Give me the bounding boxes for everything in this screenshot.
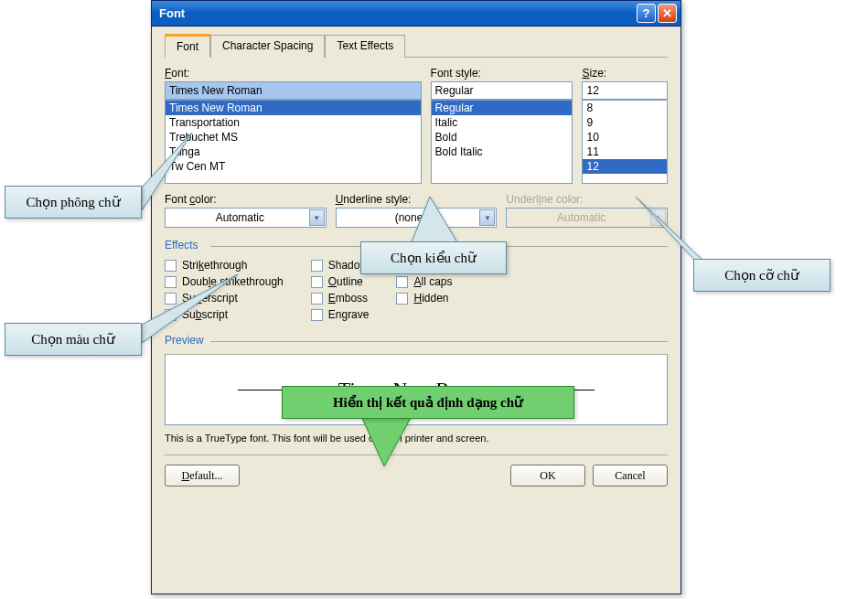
callout-fontsize: Chọn cỡ chữ bbox=[693, 259, 830, 292]
chk-emboss[interactable]: Emboss bbox=[311, 292, 370, 305]
fontstyle-input[interactable] bbox=[431, 81, 573, 100]
size-item-11[interactable]: 11 bbox=[583, 144, 667, 159]
callout-pointer-4 bbox=[137, 270, 247, 343]
callout-fontcolor: Chọn màu chữ bbox=[5, 323, 142, 356]
dropdown-icon: ▼ bbox=[479, 209, 495, 226]
svg-marker-1 bbox=[412, 197, 457, 242]
title-bar: Font ? ✕ bbox=[152, 1, 680, 27]
fontstyle-list[interactable]: Regular Italic Bold Bold Italic bbox=[431, 100, 573, 184]
font-row: Font: Times New Roman Transportation Tre… bbox=[165, 67, 668, 184]
underlinecolor-value: Automatic bbox=[512, 211, 650, 224]
svg-marker-3 bbox=[142, 274, 238, 343]
title-text: Font bbox=[159, 6, 635, 20]
ok-button[interactable]: OK bbox=[510, 465, 585, 487]
tab-text-effects[interactable]: Text Effects bbox=[325, 35, 405, 58]
tab-font[interactable]: Font bbox=[165, 34, 210, 58]
callout-preview: Hiển thị kết quả định dạng chữ bbox=[282, 386, 574, 419]
style-item-bold[interactable]: Bold bbox=[432, 130, 573, 144]
size-item-8[interactable]: 8 bbox=[583, 101, 667, 115]
chk-outline[interactable]: Outline bbox=[311, 275, 370, 288]
dropdown-icon: ▼ bbox=[309, 209, 325, 226]
fontcolor-value: Automatic bbox=[171, 211, 309, 224]
callout-font: Chọn phông chữ bbox=[5, 186, 142, 219]
cancel-button[interactable]: Cancel bbox=[593, 465, 668, 487]
style-item-bolditalic[interactable]: Bold Italic bbox=[432, 144, 573, 159]
style-item-regular[interactable]: Regular bbox=[432, 101, 573, 115]
tab-strip: Font Character Spacing Text Effects bbox=[165, 34, 668, 58]
size-item-12[interactable]: 12 bbox=[583, 159, 667, 174]
size-item-10[interactable]: 10 bbox=[583, 130, 667, 144]
fontcolor-combo[interactable]: Automatic ▼ bbox=[165, 208, 327, 228]
size-label: Size: bbox=[582, 67, 668, 80]
size-input[interactable] bbox=[582, 81, 668, 100]
fontstyle-label: Font style: bbox=[431, 67, 573, 80]
style-item-italic[interactable]: Italic bbox=[432, 115, 573, 130]
font-item-tnr[interactable]: Times New Roman bbox=[166, 101, 421, 115]
close-button[interactable]: ✕ bbox=[658, 4, 677, 23]
size-item-9[interactable]: 9 bbox=[583, 115, 667, 130]
chk-hidden[interactable]: Hidden bbox=[396, 292, 467, 305]
font-label: Font: bbox=[165, 67, 422, 80]
tab-character-spacing[interactable]: Character Spacing bbox=[210, 35, 325, 58]
font-input[interactable] bbox=[165, 81, 422, 100]
callout-pointer-1 bbox=[137, 128, 229, 210]
callout-fontstyle: Chọn kiểu chữ bbox=[360, 241, 507, 274]
help-button[interactable]: ? bbox=[637, 4, 656, 23]
svg-marker-4 bbox=[361, 416, 412, 466]
svg-marker-0 bbox=[142, 133, 192, 210]
size-list[interactable]: 8 9 10 11 12 bbox=[582, 100, 668, 184]
default-button[interactable]: Default... bbox=[165, 465, 240, 487]
chk-allcaps[interactable]: All caps bbox=[396, 275, 467, 288]
chk-engrave[interactable]: Engrave bbox=[311, 308, 370, 321]
callout-pointer-5 bbox=[357, 412, 430, 476]
